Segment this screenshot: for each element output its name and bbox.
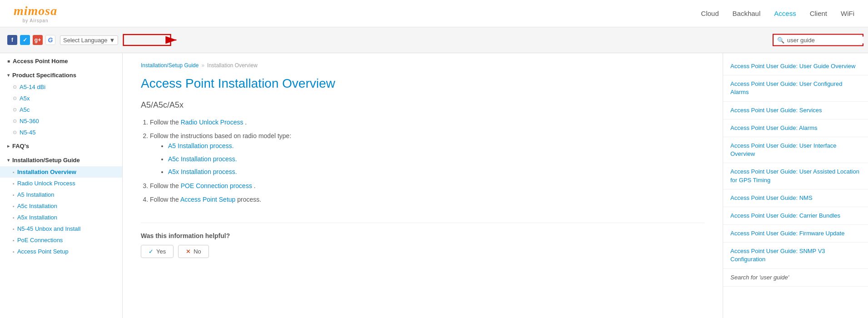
sidebar-item-n5-45[interactable]: ⊙ N5-45 [0,127,122,138]
doc-icon: ⊙ [13,107,17,113]
expand-icon: ■ [7,59,10,64]
sidebar-item-poe-connections[interactable]: ▪ PoE Connections [0,234,122,246]
breadcrumb-current: Installation Overview [207,62,258,69]
logo-sub: by Airspan [23,18,49,23]
sidebar: ■ Access Point Home ▾ Product Specificat… [0,53,123,318]
sidebar-item-n5-45-unbox[interactable]: ▪ N5-45 Unbox and Install [0,223,122,234]
search-box: 🔍 [773,34,863,46]
doc-icon: ⊙ [13,129,17,135]
no-label: No [193,248,201,255]
nav-links: Cloud Backhaul Access Client WiFi [701,10,854,17]
access-point-setup-link[interactable]: Access Point Setup [180,196,235,203]
search-input[interactable] [787,37,863,44]
google-icon[interactable]: G [45,35,55,45]
step-2-text: Follow the instructions based on radio m… [150,132,291,139]
dropdown-item-9[interactable]: Access Point User Guide: SNMP V3 Configu… [723,243,868,268]
sidebar-item-radio-unlock[interactable]: ▪ Radio Unlock Process [0,178,122,189]
sidebar-section-installation-guide[interactable]: ▾ Installation/Setup Guide [0,152,122,166]
a5c-installation-link[interactable]: A5c Installation process. [168,155,237,163]
doc-icon: ▪ [13,192,15,198]
sidebar-item-a5x[interactable]: ⊙ A5x [0,93,122,104]
dropdown-item-3[interactable]: Access Point User Guide: Alarms [723,119,868,137]
sidebar-section-faqs[interactable]: ▸ FAQ's [0,138,122,152]
a5-installation-link[interactable]: A5 Installation process. [168,142,234,149]
doc-icon: ⊙ [13,84,17,90]
yes-button[interactable]: ✓ Yes [141,245,174,258]
dropdown-item-0[interactable]: Access Point User Guide: User Guide Over… [723,58,868,75]
steps-list: Follow the Radio Unlock Process . Follow… [150,117,704,205]
svg-rect-1 [124,35,171,45]
no-button[interactable]: ✕ No [178,245,209,258]
nav-wifi[interactable]: WiFi [841,10,854,17]
doc-icon: ▪ [13,249,15,254]
translate-select[interactable]: Select Language ▼ [60,35,118,45]
helpful-section: Was this information helpful? ✓ Yes ✕ No [141,223,704,258]
step-1: Follow the Radio Unlock Process . [150,117,704,127]
sidebar-item-access-point-setup[interactable]: ▪ Access Point Setup [0,246,122,257]
doc-icon: ▪ [13,226,15,232]
doc-icon: ▪ [13,204,15,209]
sidebar-section-title-label: Installation/Setup Guide [12,157,80,164]
dropdown-item-1[interactable]: Access Point User Guide: User Configured… [723,75,868,101]
dropdown-item-2[interactable]: Access Point User Guide: Services [723,102,868,119]
expand-icon: ▾ [7,73,10,78]
doc-icon: ▪ [13,181,15,186]
googleplus-icon[interactable]: g+ [33,35,43,45]
page-title: Access Point Installation Overview [141,76,704,91]
logo: mimosa by Airspan [14,4,57,23]
step-4-text2: process. [237,196,261,203]
nav-backhaul[interactable]: Backhaul [733,10,761,17]
step-2: Follow the instructions based on radio m… [150,131,704,177]
sidebar-section-access-point-home[interactable]: ■ Access Point Home [0,53,122,67]
sub-steps-list: A5 Installation process. A5c Installatio… [168,141,704,177]
doc-icon: ▪ [13,169,15,175]
social-icons: f ✓ g+ G [7,35,55,45]
step-4: Follow the Access Point Setup process. [150,194,704,204]
search-dropdown-panel: Access Point User Guide: User Guide Over… [723,53,868,318]
expand-icon: ▾ [7,158,10,163]
sidebar-section-title-label: Access Point Home [13,58,68,65]
doc-icon: ▪ [13,215,15,220]
content-area: Installation/Setup Guide » Installation … [123,53,723,318]
search-icon: 🔍 [777,37,784,44]
sidebar-item-a5c[interactable]: ⊙ A5c [0,104,122,115]
dropdown-item-6[interactable]: Access Point User Guide: NMS [723,189,868,207]
sidebar-item-a5-14dbi[interactable]: ⊙ A5-14 dBi [0,81,122,93]
doc-icon: ⊙ [13,95,17,101]
dropdown-item-8[interactable]: Access Point User Guide: Firmware Update [723,225,868,243]
breadcrumb-link[interactable]: Installation/Setup Guide [141,62,198,69]
toolbar: f ✓ g+ G Select Language ▼ 🔍 [0,27,868,53]
doc-icon: ▪ [13,238,15,243]
dropdown-item-5[interactable]: Access Point User Guide: User Assisted L… [723,163,868,189]
sidebar-item-installation-overview[interactable]: ▪ Installation Overview [0,166,122,178]
sub-step-a5x: A5x Installation process. [168,167,704,177]
sidebar-item-a5-installation[interactable]: ▪ A5 Installation [0,189,122,200]
facebook-icon[interactable]: f [7,35,17,45]
red-arrow-indicator [123,31,177,49]
dropdown-item-4[interactable]: Access Point User Guide: User Interface … [723,137,868,163]
poe-connection-link[interactable]: POE Connection process [181,182,252,189]
sidebar-item-a5c-installation[interactable]: ▪ A5c Installation [0,200,122,212]
nav-cloud[interactable]: Cloud [701,10,719,17]
dropdown-search-link[interactable]: Search for 'user guide' [723,269,868,287]
nav-client[interactable]: Client [810,10,827,17]
translate-chevron: ▼ [109,37,115,44]
dropdown-item-7[interactable]: Access Point User Guide: Carrier Bundles [723,207,868,225]
sidebar-item-n5-360[interactable]: ⊙ N5-360 [0,115,122,127]
breadcrumb: Installation/Setup Guide » Installation … [141,62,704,69]
sidebar-item-a5x-installation[interactable]: ▪ A5x Installation [0,212,122,223]
breadcrumb-separator: » [201,62,204,69]
expand-icon: ▸ [7,144,10,149]
step-3: Follow the POE Connection process . [150,181,704,191]
nav-access[interactable]: Access [774,10,796,17]
doc-icon: ⊙ [13,118,17,124]
a5x-installation-link[interactable]: A5x Installation process. [168,168,237,175]
helpful-buttons: ✓ Yes ✕ No [141,245,704,258]
sidebar-section-product-specs[interactable]: ▾ Product Specifications [0,67,122,81]
logo-text: mimosa [14,4,57,18]
twitter-icon[interactable]: ✓ [20,35,30,45]
page-title-highlight: Installation Overview [218,76,335,90]
step-3-period: . [254,182,256,189]
radio-unlock-link[interactable]: Radio Unlock Process [181,119,243,126]
section-subtitle: A5/A5c/A5x [141,100,704,110]
